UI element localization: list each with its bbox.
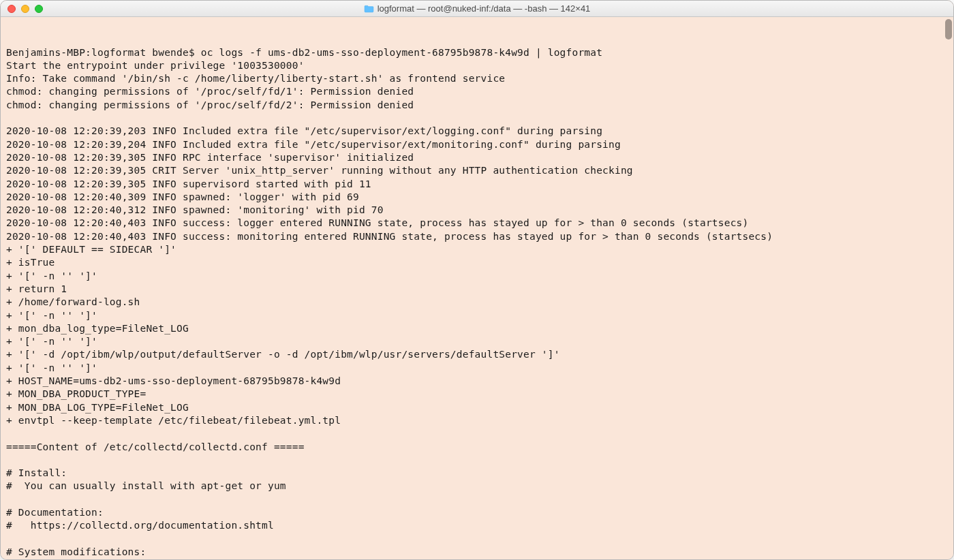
- terminal-line: # https://collectd.org/documentation.sht…: [6, 519, 948, 532]
- terminal-line: 2020-10-08 12:20:40,403 INFO success: mo…: [6, 230, 948, 243]
- scrollbar-thumb[interactable]: [945, 19, 952, 40]
- terminal-line: # You can usually install with apt-get o…: [6, 480, 948, 493]
- window-title-container: logformat — root@nuked-inf:/data — -bash…: [1, 3, 953, 14]
- terminal-line: [6, 533, 948, 546]
- terminal-line: 2020-10-08 12:20:39,305 INFO supervisord…: [6, 178, 948, 191]
- terminal-line: + envtpl --keep-template /etc/filebeat/f…: [6, 414, 948, 427]
- terminal-line: + HOST_NAME=ums-db2-ums-sso-deployment-6…: [6, 375, 948, 388]
- folder-icon: [364, 5, 374, 13]
- terminal-line: 2020-10-08 12:20:39,204 INFO Included ex…: [6, 138, 948, 151]
- terminal-line: + '[' -d /opt/ibm/wlp/output/defaultServ…: [6, 348, 948, 361]
- terminal-line: chmod: changing permissions of '/proc/se…: [6, 85, 948, 98]
- terminal-line: [6, 112, 948, 125]
- terminal-body[interactable]: Benjamins-MBP:logformat bwende$ oc logs …: [1, 17, 953, 559]
- terminal-line: + /home/forward-log.sh: [6, 296, 948, 309]
- terminal-window: logformat — root@nuked-inf:/data — -bash…: [0, 0, 954, 560]
- terminal-line: [6, 454, 948, 467]
- terminal-line: + MON_DBA_PRODUCT_TYPE=: [6, 388, 948, 401]
- window-title: logformat — root@nuked-inf:/data — -bash…: [378, 3, 591, 14]
- title-bar: logformat — root@nuked-inf:/data — -bash…: [1, 1, 953, 17]
- terminal-line: chmod: changing permissions of '/proc/se…: [6, 99, 948, 112]
- traffic-lights: [1, 5, 43, 13]
- terminal-line: [6, 427, 948, 440]
- terminal-line: + return 1: [6, 283, 948, 296]
- minimize-button[interactable]: [21, 5, 29, 13]
- terminal-line: 2020-10-08 12:20:40,312 INFO spawned: 'm…: [6, 204, 948, 217]
- terminal-line: # None: [6, 559, 948, 559]
- terminal-line: + '[' -n '' ']': [6, 270, 948, 283]
- terminal-line: + isTrue: [6, 256, 948, 269]
- terminal-line: 2020-10-08 12:20:40,309 INFO spawned: 'l…: [6, 191, 948, 204]
- terminal-line: + MON_DBA_LOG_TYPE=FileNet_LOG: [6, 401, 948, 414]
- terminal-line: 2020-10-08 12:20:39,305 INFO RPC interfa…: [6, 151, 948, 164]
- terminal-line: Info: Take command '/bin/sh -c /home/lib…: [6, 72, 948, 85]
- terminal-line: + '[' DEFAULT == SIDECAR ']': [6, 243, 948, 256]
- terminal-line: # System modifications:: [6, 546, 948, 559]
- terminal-line: # Install:: [6, 467, 948, 480]
- terminal-line: =====Content of /etc/collectd/collectd.c…: [6, 441, 948, 454]
- terminal-line: + '[' -n '' ']': [6, 362, 948, 375]
- terminal-line: 2020-10-08 12:20:39,305 CRIT Server 'uni…: [6, 164, 948, 177]
- scrollbar-track[interactable]: [943, 17, 953, 559]
- terminal-output: Benjamins-MBP:logformat bwende$ oc logs …: [6, 46, 948, 559]
- terminal-line: + '[' -n '' ']': [6, 335, 948, 348]
- terminal-line: [6, 493, 948, 506]
- close-button[interactable]: [7, 5, 16, 13]
- terminal-line: + mon_dba_log_type=FileNet_LOG: [6, 322, 948, 335]
- terminal-line: Benjamins-MBP:logformat bwende$ oc logs …: [6, 46, 948, 59]
- terminal-line: + '[' -n '' ']': [6, 309, 948, 322]
- terminal-line: # Documentation:: [6, 506, 948, 519]
- terminal-line: 2020-10-08 12:20:40,403 INFO success: lo…: [6, 217, 948, 230]
- zoom-button[interactable]: [35, 5, 43, 13]
- terminal-line: 2020-10-08 12:20:39,203 INFO Included ex…: [6, 125, 948, 138]
- terminal-line: Start the entrypoint under privilege '10…: [6, 59, 948, 72]
